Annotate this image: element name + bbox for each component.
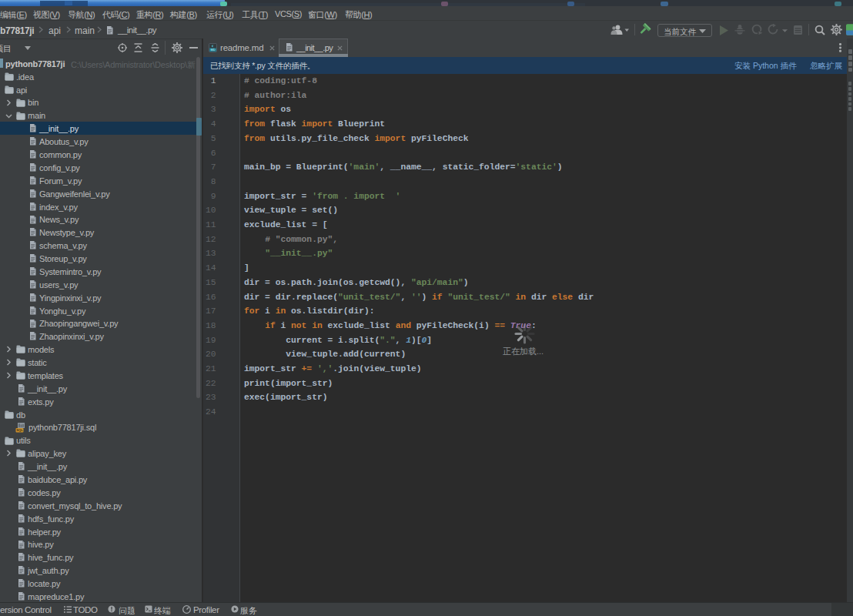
svg-text:SQL: SQL [16, 428, 23, 432]
svg-text:MD: MD [211, 49, 216, 52]
